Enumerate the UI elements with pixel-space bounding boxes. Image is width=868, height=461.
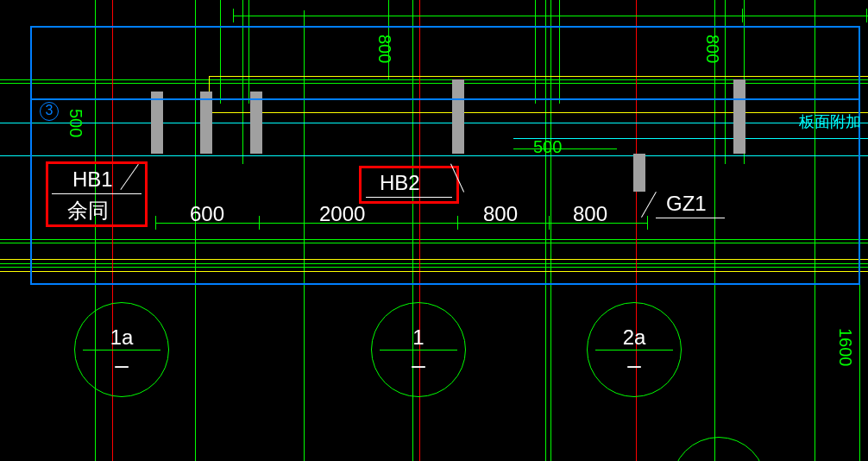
dim-tick xyxy=(388,9,389,22)
selection-handle[interactable]: 3 xyxy=(40,102,59,121)
grid-bubble-label: 1a xyxy=(75,327,168,348)
hb1-divider xyxy=(52,193,142,194)
dim-2000: 2000 xyxy=(319,204,365,224)
grid-bubble-mid xyxy=(380,350,457,350)
dim-800-b: 800 xyxy=(573,204,607,224)
dim-inner-line xyxy=(513,148,617,149)
dim-tick xyxy=(742,9,743,22)
label-gz1: GZ1 xyxy=(666,193,707,214)
grid-bubble-dash: – xyxy=(588,353,681,377)
selection-extra xyxy=(30,98,860,100)
dim-tick xyxy=(866,9,867,22)
note-side: 板面附加 xyxy=(799,114,861,129)
dim-800-top-a: 800 xyxy=(376,35,393,63)
label-hb2: HB2 xyxy=(380,173,420,193)
grid-bubble-mid xyxy=(595,350,673,350)
dim-chain-right xyxy=(859,263,860,461)
grid-bubble-dash: – xyxy=(372,353,465,377)
dim-chain-top xyxy=(233,16,868,16)
dim-500-left: 500 xyxy=(67,109,85,137)
dim-600: 600 xyxy=(190,204,224,224)
dim-tick xyxy=(535,9,536,22)
dim-tick xyxy=(233,9,234,22)
dim-800-a: 800 xyxy=(483,204,518,224)
label-hb1: HB1 xyxy=(72,169,113,190)
grid-bubble-partial xyxy=(671,437,766,461)
grid-bubble-dash: – xyxy=(75,353,168,377)
dim-1600: 1600 xyxy=(837,328,854,367)
hb2-underline xyxy=(366,197,452,198)
grid-bubble-label: 2a xyxy=(588,327,681,348)
gz1-underline xyxy=(656,218,725,218)
dim-500-inner: 500 xyxy=(533,138,562,155)
grid-bubble-label: 1 xyxy=(372,327,465,348)
grid-bubble-mid xyxy=(83,350,160,350)
label-hb1-sub: 余同 xyxy=(67,200,109,221)
selection-box[interactable] xyxy=(30,26,860,285)
dim-800-top-b: 800 xyxy=(704,35,721,63)
